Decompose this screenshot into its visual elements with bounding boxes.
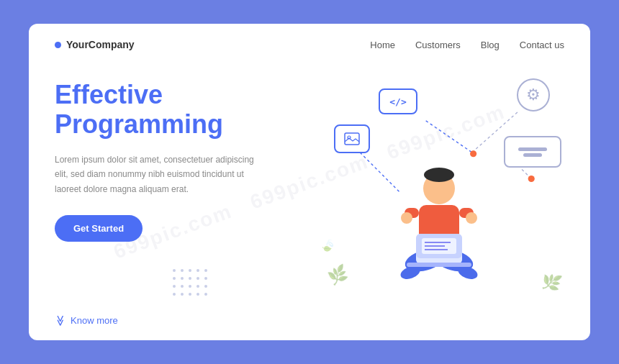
- hero-illustration: </> ⚙ 🌿 🌿 🍃: [314, 73, 564, 324]
- leaf-decoration-1: 🌿: [325, 263, 350, 288]
- gear-icon: ⚙: [517, 78, 550, 112]
- leaf-decoration-3: 🍃: [319, 236, 338, 255]
- get-started-button[interactable]: Get Started: [55, 215, 143, 242]
- logo: YourCompany: [55, 39, 135, 50]
- logo-dot: [55, 42, 61, 48]
- svg-point-13: [401, 212, 412, 224]
- logo-text: YourCompany: [66, 39, 135, 50]
- code-icon: </>: [379, 88, 417, 114]
- hero-headline: Effective Programming: [55, 80, 314, 140]
- nav-item-home[interactable]: Home: [370, 38, 395, 51]
- nav-link-contact[interactable]: Contact us: [520, 40, 564, 50]
- nav-link-home[interactable]: Home: [370, 40, 395, 50]
- landing-card: 699pic.com 699pic.com 699pic.com YourCom…: [29, 24, 590, 340]
- svg-rect-6: [345, 133, 359, 145]
- card-line-2: [523, 153, 542, 157]
- nav-item-customers[interactable]: Customers: [415, 38, 461, 51]
- navbar: YourCompany Home Customers Blog Contact …: [29, 24, 590, 65]
- nav-item-blog[interactable]: Blog: [481, 38, 500, 51]
- image-icon: [334, 124, 370, 153]
- hero-body-text: Lorem ipsum dolor sit amet, consectetuer…: [55, 153, 256, 196]
- card-icon: [504, 136, 561, 168]
- headline-line1: Effective: [55, 80, 163, 109]
- nav-link-blog[interactable]: Blog: [481, 40, 500, 50]
- card-line-1: [518, 147, 547, 151]
- dots-decoration: [173, 269, 209, 297]
- svg-point-9: [424, 168, 454, 182]
- nav-item-contact[interactable]: Contact us: [520, 38, 564, 51]
- know-more-label: Know more: [71, 315, 118, 326]
- nav-link-customers[interactable]: Customers: [415, 40, 461, 50]
- svg-line-0: [426, 121, 472, 153]
- nav-links: Home Customers Blog Contact us: [370, 38, 564, 51]
- chevron-down-double-icon: ≫: [55, 315, 66, 327]
- know-more-link[interactable]: ≫ Know more: [55, 315, 118, 326]
- svg-rect-21: [407, 263, 471, 267]
- main-content: Effective Programming Lorem ipsum dolor …: [29, 65, 590, 324]
- svg-point-5: [528, 176, 535, 182]
- headline-line2: Programming: [55, 109, 223, 139]
- svg-point-14: [466, 212, 477, 224]
- leaf-decoration-2: 🌿: [539, 271, 563, 294]
- person-illustration: [367, 156, 511, 317]
